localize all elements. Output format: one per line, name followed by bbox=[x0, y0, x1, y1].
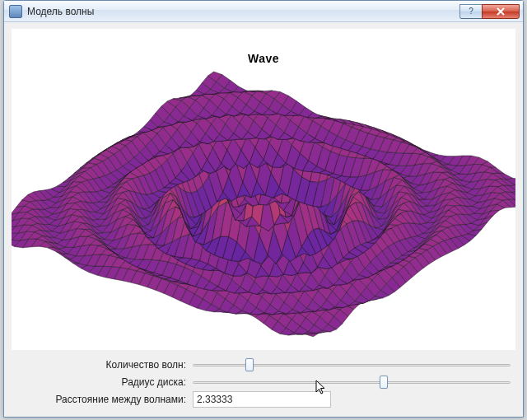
slider-track-line bbox=[193, 364, 511, 366]
titlebar[interactable]: Модель волны ? bbox=[4, 1, 523, 22]
controls-panel: Количество волн: Радиус диска: Расстояни… bbox=[12, 355, 515, 409]
disc-radius-thumb[interactable] bbox=[380, 376, 388, 389]
app-icon bbox=[9, 5, 22, 18]
wave-count-label: Количество волн: bbox=[12, 359, 193, 371]
help-icon: ? bbox=[469, 7, 473, 16]
close-icon bbox=[496, 7, 506, 16]
wave-count-slider[interactable] bbox=[193, 357, 511, 372]
disc-radius-row: Радиус диска: bbox=[12, 374, 511, 391]
window-title: Модель волны bbox=[27, 6, 459, 17]
wave-count-row: Количество волн: bbox=[12, 357, 511, 374]
help-button[interactable]: ? bbox=[459, 4, 483, 19]
wave-spacing-row: Расстояние между волнами: 2.33333 bbox=[12, 390, 511, 408]
app-window: Модель волны ? Wave Количество волн: bbox=[3, 0, 524, 418]
wave-surface-plot bbox=[12, 29, 515, 350]
disc-radius-label: Радиус диска: bbox=[12, 376, 193, 388]
close-button[interactable] bbox=[482, 4, 520, 19]
window-buttons: ? bbox=[459, 4, 520, 19]
plot-title: Wave bbox=[248, 52, 279, 65]
slider-track-line bbox=[193, 381, 511, 384]
disc-radius-slider[interactable] bbox=[193, 375, 511, 390]
wave-spacing-label: Расстояние между волнами: bbox=[12, 394, 193, 405]
plot-viewport[interactable]: Wave bbox=[12, 29, 515, 350]
client-area: Wave Количество волн: Радиус диска: Расс… bbox=[12, 29, 515, 409]
wave-count-thumb[interactable] bbox=[245, 358, 254, 371]
wave-spacing-value[interactable]: 2.33333 bbox=[193, 391, 331, 408]
